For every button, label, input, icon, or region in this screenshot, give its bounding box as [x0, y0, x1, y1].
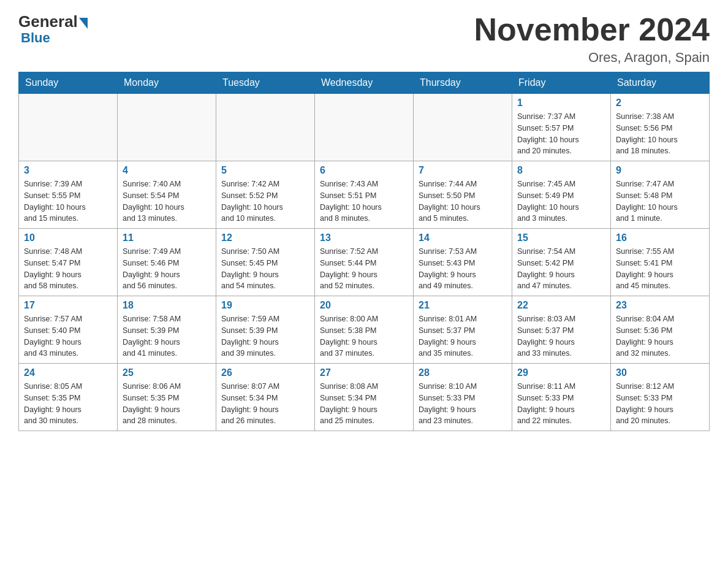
- calendar-cell: 4Sunrise: 7:40 AMSunset: 5:54 PMDaylight…: [118, 161, 216, 229]
- calendar-cell: 15Sunrise: 7:54 AMSunset: 5:42 PMDayligh…: [512, 229, 611, 296]
- day-info: Sunrise: 7:52 AMSunset: 5:44 PMDaylight:…: [320, 246, 408, 292]
- calendar-cell: 16Sunrise: 7:55 AMSunset: 5:41 PMDayligh…: [611, 229, 710, 296]
- calendar-cell: 7Sunrise: 7:44 AMSunset: 5:50 PMDaylight…: [414, 161, 512, 229]
- calendar-cell: 24Sunrise: 8:05 AMSunset: 5:35 PMDayligh…: [19, 364, 118, 431]
- day-number: 12: [221, 232, 309, 243]
- day-info: Sunrise: 8:11 AMSunset: 5:33 PMDaylight:…: [517, 381, 605, 427]
- calendar-body: 1Sunrise: 7:37 AMSunset: 5:57 PMDaylight…: [19, 94, 710, 431]
- day-number: 4: [123, 165, 211, 176]
- day-number: 7: [419, 165, 507, 176]
- day-number: 16: [616, 232, 704, 243]
- day-number: 24: [24, 367, 112, 378]
- calendar-cell: 27Sunrise: 8:08 AMSunset: 5:34 PMDayligh…: [315, 364, 414, 431]
- day-info: Sunrise: 7:38 AMSunset: 5:56 PMDaylight:…: [616, 111, 704, 157]
- day-info: Sunrise: 7:42 AMSunset: 5:52 PMDaylight:…: [221, 178, 309, 224]
- calendar-cell: 29Sunrise: 8:11 AMSunset: 5:33 PMDayligh…: [512, 364, 611, 431]
- calendar-cell: [19, 94, 118, 161]
- weekday-header-saturday: Saturday: [611, 72, 710, 94]
- calendar-cell: 2Sunrise: 7:38 AMSunset: 5:56 PMDaylight…: [611, 94, 710, 161]
- day-number: 18: [123, 300, 211, 311]
- day-info: Sunrise: 7:54 AMSunset: 5:42 PMDaylight:…: [517, 246, 605, 292]
- day-info: Sunrise: 7:49 AMSunset: 5:46 PMDaylight:…: [123, 246, 211, 292]
- weekday-header-friday: Friday: [512, 72, 611, 94]
- calendar-cell: 17Sunrise: 7:57 AMSunset: 5:40 PMDayligh…: [19, 296, 118, 364]
- day-number: 2: [616, 98, 704, 109]
- calendar-cell: 30Sunrise: 8:12 AMSunset: 5:33 PMDayligh…: [611, 364, 710, 431]
- calendar-cell: 20Sunrise: 8:00 AMSunset: 5:38 PMDayligh…: [315, 296, 414, 364]
- calendar-cell: 23Sunrise: 8:04 AMSunset: 5:36 PMDayligh…: [611, 296, 710, 364]
- day-info: Sunrise: 7:50 AMSunset: 5:45 PMDaylight:…: [221, 246, 309, 292]
- calendar-cell: 1Sunrise: 7:37 AMSunset: 5:57 PMDaylight…: [512, 94, 611, 161]
- day-info: Sunrise: 7:43 AMSunset: 5:51 PMDaylight:…: [320, 178, 408, 224]
- day-info: Sunrise: 8:01 AMSunset: 5:37 PMDaylight:…: [419, 313, 507, 359]
- day-info: Sunrise: 7:59 AMSunset: 5:39 PMDaylight:…: [221, 313, 309, 359]
- day-number: 22: [517, 300, 605, 311]
- calendar-cell: [118, 94, 216, 161]
- title-area: November 2024 Ores, Aragon, Spain: [474, 12, 710, 66]
- calendar-cell: [315, 94, 414, 161]
- logo-triangle-icon: [79, 18, 88, 29]
- weekday-header-sunday: Sunday: [19, 72, 118, 94]
- calendar-cell: 19Sunrise: 7:59 AMSunset: 5:39 PMDayligh…: [216, 296, 315, 364]
- calendar-cell: 18Sunrise: 7:58 AMSunset: 5:39 PMDayligh…: [118, 296, 216, 364]
- day-info: Sunrise: 7:40 AMSunset: 5:54 PMDaylight:…: [123, 178, 211, 224]
- day-info: Sunrise: 7:37 AMSunset: 5:57 PMDaylight:…: [517, 111, 605, 157]
- day-number: 27: [320, 367, 408, 378]
- calendar-table: SundayMondayTuesdayWednesdayThursdayFrid…: [18, 72, 710, 431]
- location-text: Ores, Aragon, Spain: [474, 50, 710, 66]
- day-info: Sunrise: 7:58 AMSunset: 5:39 PMDaylight:…: [123, 313, 211, 359]
- calendar-cell: 21Sunrise: 8:01 AMSunset: 5:37 PMDayligh…: [414, 296, 512, 364]
- day-info: Sunrise: 8:08 AMSunset: 5:34 PMDaylight:…: [320, 381, 408, 427]
- day-number: 14: [419, 232, 507, 243]
- weekday-header-thursday: Thursday: [414, 72, 512, 94]
- month-title: November 2024: [474, 12, 710, 47]
- day-info: Sunrise: 7:47 AMSunset: 5:48 PMDaylight:…: [616, 178, 704, 224]
- day-number: 15: [517, 232, 605, 243]
- logo: General Blue: [18, 12, 88, 46]
- logo-general-text: General: [18, 12, 78, 31]
- page-header: General Blue November 2024 Ores, Aragon,…: [18, 12, 710, 66]
- day-info: Sunrise: 7:45 AMSunset: 5:49 PMDaylight:…: [517, 178, 605, 224]
- calendar-week-4: 17Sunrise: 7:57 AMSunset: 5:40 PMDayligh…: [19, 296, 710, 364]
- logo-blue-text: Blue: [21, 30, 50, 46]
- calendar-cell: [414, 94, 512, 161]
- day-info: Sunrise: 7:53 AMSunset: 5:43 PMDaylight:…: [419, 246, 507, 292]
- calendar-cell: 22Sunrise: 8:03 AMSunset: 5:37 PMDayligh…: [512, 296, 611, 364]
- calendar-cell: 28Sunrise: 8:10 AMSunset: 5:33 PMDayligh…: [414, 364, 512, 431]
- calendar-cell: 12Sunrise: 7:50 AMSunset: 5:45 PMDayligh…: [216, 229, 315, 296]
- calendar-cell: 9Sunrise: 7:47 AMSunset: 5:48 PMDaylight…: [611, 161, 710, 229]
- calendar-cell: 13Sunrise: 7:52 AMSunset: 5:44 PMDayligh…: [315, 229, 414, 296]
- day-number: 26: [221, 367, 309, 378]
- calendar-cell: 11Sunrise: 7:49 AMSunset: 5:46 PMDayligh…: [118, 229, 216, 296]
- day-number: 6: [320, 165, 408, 176]
- day-info: Sunrise: 7:48 AMSunset: 5:47 PMDaylight:…: [24, 246, 112, 292]
- calendar-week-5: 24Sunrise: 8:05 AMSunset: 5:35 PMDayligh…: [19, 364, 710, 431]
- day-number: 21: [419, 300, 507, 311]
- calendar-cell: 6Sunrise: 7:43 AMSunset: 5:51 PMDaylight…: [315, 161, 414, 229]
- day-info: Sunrise: 7:39 AMSunset: 5:55 PMDaylight:…: [24, 178, 112, 224]
- day-info: Sunrise: 8:12 AMSunset: 5:33 PMDaylight:…: [616, 381, 704, 427]
- calendar-cell: 26Sunrise: 8:07 AMSunset: 5:34 PMDayligh…: [216, 364, 315, 431]
- weekday-header-row: SundayMondayTuesdayWednesdayThursdayFrid…: [19, 72, 710, 94]
- day-number: 25: [123, 367, 211, 378]
- day-info: Sunrise: 8:10 AMSunset: 5:33 PMDaylight:…: [419, 381, 507, 427]
- day-info: Sunrise: 8:06 AMSunset: 5:35 PMDaylight:…: [123, 381, 211, 427]
- day-number: 5: [221, 165, 309, 176]
- day-info: Sunrise: 7:55 AMSunset: 5:41 PMDaylight:…: [616, 246, 704, 292]
- day-info: Sunrise: 8:03 AMSunset: 5:37 PMDaylight:…: [517, 313, 605, 359]
- weekday-header-wednesday: Wednesday: [315, 72, 414, 94]
- day-number: 10: [24, 232, 112, 243]
- calendar-cell: 25Sunrise: 8:06 AMSunset: 5:35 PMDayligh…: [118, 364, 216, 431]
- weekday-header-tuesday: Tuesday: [216, 72, 315, 94]
- day-info: Sunrise: 8:05 AMSunset: 5:35 PMDaylight:…: [24, 381, 112, 427]
- calendar-cell: 8Sunrise: 7:45 AMSunset: 5:49 PMDaylight…: [512, 161, 611, 229]
- calendar-cell: 10Sunrise: 7:48 AMSunset: 5:47 PMDayligh…: [19, 229, 118, 296]
- day-number: 28: [419, 367, 507, 378]
- day-info: Sunrise: 8:04 AMSunset: 5:36 PMDaylight:…: [616, 313, 704, 359]
- calendar-week-3: 10Sunrise: 7:48 AMSunset: 5:47 PMDayligh…: [19, 229, 710, 296]
- day-number: 13: [320, 232, 408, 243]
- day-number: 29: [517, 367, 605, 378]
- calendar-cell: 5Sunrise: 7:42 AMSunset: 5:52 PMDaylight…: [216, 161, 315, 229]
- day-number: 23: [616, 300, 704, 311]
- calendar-cell: 3Sunrise: 7:39 AMSunset: 5:55 PMDaylight…: [19, 161, 118, 229]
